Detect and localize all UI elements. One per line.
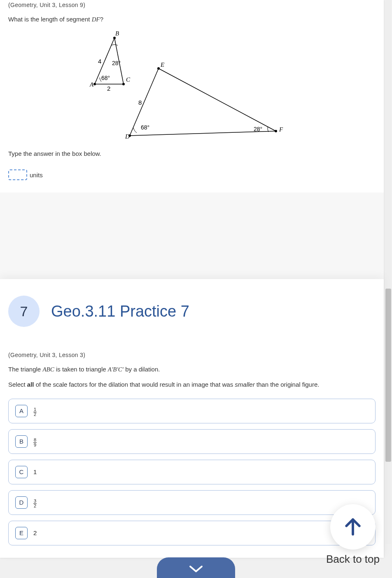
back-to-top[interactable]: Back to top bbox=[326, 504, 380, 566]
chevron-down-icon bbox=[188, 564, 204, 574]
answer-input[interactable] bbox=[8, 169, 27, 180]
choice-value: 12 bbox=[33, 405, 37, 417]
choice-letter: C bbox=[15, 466, 28, 478]
problem-title: Geo.3.11 Practice 7 bbox=[51, 303, 189, 320]
svg-point-4 bbox=[122, 83, 125, 85]
expand-down-button[interactable] bbox=[157, 557, 235, 578]
svg-line-8 bbox=[159, 68, 276, 131]
choice-C[interactable]: C1 bbox=[8, 460, 376, 484]
question-text: What is the length of segment DF? bbox=[8, 16, 376, 23]
choice-D[interactable]: D32 bbox=[8, 490, 376, 515]
triangles-figure: B A C 4 2 28° 68° E D F 8 bbox=[8, 31, 376, 146]
vertex-F-label: F bbox=[279, 126, 283, 133]
side-DE-label: 8 bbox=[138, 99, 142, 106]
svg-point-11 bbox=[157, 67, 160, 70]
svg-point-10 bbox=[275, 130, 277, 132]
scrollbar-track bbox=[385, 0, 391, 544]
side-AB-label: 4 bbox=[98, 58, 101, 65]
choice-A[interactable]: A12 bbox=[8, 399, 376, 423]
lesson-meta-2: (Geometry, Unit 3, Lesson 3) bbox=[8, 352, 376, 358]
question-2-text: The triangle ABC is taken to triangle A′… bbox=[8, 365, 376, 374]
arrow-up-icon bbox=[342, 516, 364, 538]
problem-6-section: (Geometry, Unit 3, Lesson 9) What is the… bbox=[0, 0, 384, 193]
angle-F-label: 28° bbox=[254, 126, 262, 132]
choice-value: 89 bbox=[33, 436, 37, 447]
vertex-C-label: C bbox=[126, 76, 131, 83]
svg-point-3 bbox=[93, 83, 96, 85]
vertex-D-label: D bbox=[125, 133, 130, 140]
choice-letter: A bbox=[15, 405, 28, 417]
choice-letter: E bbox=[15, 527, 28, 539]
choice-letter: D bbox=[15, 496, 28, 509]
vertex-A-label: A bbox=[89, 81, 94, 88]
choices-list: A12B89C1D32E2 bbox=[8, 399, 376, 545]
back-to-top-button[interactable] bbox=[330, 504, 376, 550]
angle-A-label: 68° bbox=[101, 75, 110, 81]
problem-number-badge: 7 bbox=[8, 296, 40, 327]
choice-value: 2 bbox=[33, 529, 37, 536]
answer-instruction: Type the answer in the box below. bbox=[8, 150, 376, 157]
svg-point-5 bbox=[113, 37, 116, 39]
choice-value: 1 bbox=[33, 468, 37, 475]
side-AC-label: 2 bbox=[107, 85, 110, 92]
lesson-meta: (Geometry, Unit 3, Lesson 9) bbox=[8, 0, 376, 8]
vertex-E-label: E bbox=[160, 61, 164, 68]
units-label: units bbox=[30, 172, 43, 179]
angle-B-label: 28° bbox=[112, 60, 121, 66]
choice-E[interactable]: E2 bbox=[8, 521, 376, 545]
choice-B[interactable]: B89 bbox=[8, 429, 376, 454]
angle-D-label: 68° bbox=[141, 124, 149, 131]
scrollbar-thumb[interactable] bbox=[385, 289, 391, 462]
back-to-top-label: Back to top bbox=[326, 553, 380, 566]
question-2-instruction: Select all of the scale factors for the … bbox=[8, 381, 376, 388]
section-gap bbox=[0, 193, 384, 279]
vertex-B-label: B bbox=[115, 31, 119, 37]
choice-letter: B bbox=[15, 435, 28, 448]
choice-value: 32 bbox=[33, 497, 37, 508]
